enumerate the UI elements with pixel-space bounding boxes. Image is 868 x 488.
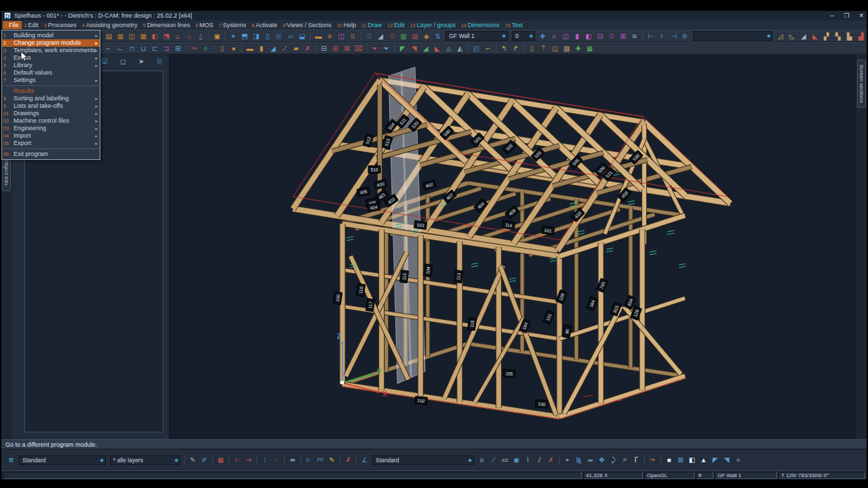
file-menu-item-import[interactable]: 04Import▸ [2,132,100,140]
layer-flag-4-icon[interactable]: ◣ [432,43,443,54]
layer-flag-1-icon[interactable]: ◤ [397,43,408,54]
slash-tool-icon[interactable]: ⌿ [620,455,631,465]
timber-8-icon[interactable]: ▟ [856,31,867,41]
menu-processes[interactable]: 3Processes [42,21,80,29]
bend-2-icon[interactable]: ↱ [511,43,521,54]
wall-tool-3-icon[interactable]: ▮ [572,31,583,41]
file-menu-item-exit-program[interactable]: 06Exit program [2,150,100,158]
wall-view-icon[interactable]: ◧ [149,31,160,41]
add-green-icon[interactable]: ✚ [573,43,584,54]
pp-tool-icon[interactable]: PP [315,455,326,465]
menu-layer-groups[interactable]: 13Layer / groups [408,21,459,29]
spread-tool-icon[interactable]: ⇹ [288,455,298,465]
view-top-icon[interactable]: ⬒ [239,31,250,41]
texture-tool-icon[interactable]: ▨ [561,43,572,54]
rafter-tool-icon[interactable]: ◢ [268,43,279,54]
timber-5-icon[interactable]: ▞ [821,31,832,41]
list-red-icon[interactable]: ▤ [410,31,420,41]
file-menu-item-templates-work-environments[interactable]: 3Templates, work environments▸ [2,47,100,54]
measure-tool-icon[interactable]: ⌖ [562,455,573,465]
view-side-icon[interactable]: ▯ [262,31,273,41]
menu-views-sections[interactable]: 9Views / Sections [281,21,335,29]
joint-grid-icon[interactable]: ⊞ [173,43,184,54]
align-both-icon[interactable]: ⊪ [680,31,691,41]
joint-1-icon[interactable]: ⊓ [127,43,138,54]
beam-horizontal-icon[interactable]: ▬ [313,31,323,41]
menu-mos[interactable]: 6MOS [193,21,216,29]
add-wall-icon[interactable]: ✚ [537,31,548,41]
panel-grid-icon[interactable]: ⌸ [347,31,358,41]
timber-1-icon[interactable]: ◿ [775,31,786,41]
brace-tool-icon[interactable]: ⟋ [279,43,290,54]
joint-magenta-icon[interactable]: ⊐ [161,43,172,54]
file-menu-item-change-program-module[interactable]: 2Change program module▸ [2,39,100,47]
funnel-1-icon[interactable]: ⏷ [370,43,380,54]
marking-1-icon[interactable]: ◰ [471,43,482,54]
select-flag-1-icon[interactable]: ◤ [710,455,721,465]
edge-tool-icon[interactable]: ⌐ [104,43,115,54]
plate-tool-icon[interactable]: ▰ [291,43,302,54]
marking-2-icon[interactable]: ⌐ [483,43,494,54]
layer-flag-3-icon[interactable]: ◢ [420,43,431,54]
rotate-tool-icon[interactable]: ⤸ [608,455,619,465]
insert-tool-icon[interactable]: ⎀ [201,43,212,54]
dropdown-arrow-icon[interactable]: ◆ [502,33,505,39]
room-module-icon[interactable]: ▣ [212,31,222,41]
diamond-tool-icon[interactable]: ◈ [421,31,432,41]
points-ppp-icon[interactable]: ⁘ [271,455,282,465]
align-center-icon[interactable]: ⊦ [657,31,668,41]
file-menu-item-export[interactable]: 05Export▸ [2,140,100,147]
parallel-tool-icon[interactable]: ⫽ [534,455,545,465]
swap-tool-icon[interactable]: ⇅ [433,31,443,41]
screen-sections-tab[interactable]: Screen sections [857,60,866,108]
minimize-button[interactable]: ─ [830,12,834,19]
connect-4-icon[interactable]: ⌧ [353,43,364,54]
object-info-tab[interactable]: Object info. [2,155,11,191]
move-tool-icon[interactable]: ✥ [597,455,608,465]
select-half-icon[interactable]: ◧ [687,455,698,465]
wall-tool-7-icon[interactable]: ⊞ [618,31,629,41]
wall-axis-icon[interactable]: ⬔ [161,31,172,41]
select-flag-2-icon[interactable]: ◥ [722,455,732,465]
beam-flat-icon[interactable]: ▬ [245,43,256,54]
panel-magenta-icon[interactable]: ◫ [336,31,347,41]
edge-tool-2-icon[interactable]: ⌙ [115,43,126,54]
pencil-move-icon[interactable]: ✐ [199,455,210,465]
z-shift-icon[interactable]: ⇥ [243,455,254,465]
panel-book-icon[interactable]: ⎘ [155,57,165,66]
paintbrush-tool-icon[interactable]: ✑ [648,455,658,465]
post-tool-icon[interactable]: ▯ [527,43,538,54]
list-green-icon[interactable]: ▥ [398,31,409,41]
dropdown-arrow-icon[interactable]: ◆ [100,458,104,463]
joint-3-icon[interactable]: ⊏ [150,43,161,54]
file-menu-item-lists-and-take-offs[interactable]: 9Lists and take-offs▸ [2,102,100,110]
file-menu-item-library[interactable]: 5Library▸ [2,62,100,69]
polyline-tool-icon[interactable]: ⌇ [523,455,534,465]
viewport-3d[interactable]: ZYX5045115205005015025035055065125135104… [170,54,856,439]
sphere-tool-icon[interactable]: ◉ [511,455,522,465]
dowel-icon[interactable]: ● [229,43,239,54]
menu-edit[interactable]: 2Edit [22,21,41,29]
check-visibility-icon[interactable]: ☑ [100,57,110,66]
profile-selector[interactable]: ◆ [693,31,773,41]
stamp-tool-icon[interactable]: ▦ [216,455,226,465]
new-project-icon[interactable]: ▤ [104,31,115,41]
dimension-preset-selector[interactable]: Standard◆ [372,455,474,465]
layer-stack-icon[interactable]: ≣ [6,455,17,465]
timber-6-icon[interactable]: ▚ [833,31,844,41]
z-up-icon[interactable]: Z↑ [304,455,315,465]
timber-2-icon[interactable]: ◺ [787,31,797,41]
pen-yellow-icon[interactable]: ✎ [327,455,338,465]
wall-tool-6-icon[interactable]: ⍈ [606,31,617,41]
building-overview-icon[interactable]: ▩ [138,31,149,41]
view-3d-icon[interactable]: ⬓ [297,31,308,41]
viewport-canvas[interactable]: ZYX5045115205005015025035055065125135104… [170,54,856,439]
bend-1-icon[interactable]: ↰ [499,43,510,54]
menu-help[interactable]: 10Help [335,21,359,29]
view-front-icon[interactable]: ◨ [251,31,262,41]
layer-filter-selector[interactable]: * alle layers◆ [110,455,180,465]
wall-settings-icon[interactable]: ≋ [629,31,640,41]
menu-assisting-geometry[interactable]: 4Assisting geometry [80,21,141,29]
select-rect-filled-icon[interactable]: ■ [664,455,675,465]
select-circle-icon[interactable]: ○ [733,455,744,465]
